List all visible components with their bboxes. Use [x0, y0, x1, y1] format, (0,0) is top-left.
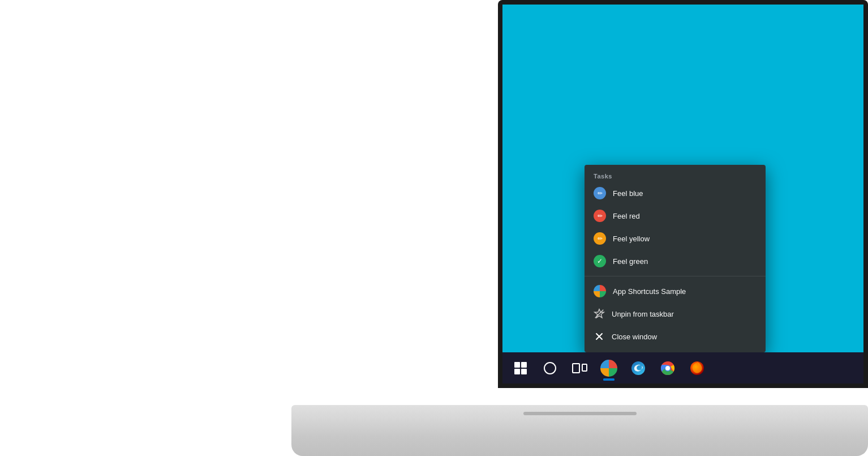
unpin-label: Unpin from taskbar: [612, 310, 674, 318]
cortana-icon: [544, 362, 556, 374]
chrome-icon: [660, 360, 676, 376]
feel-blue-icon: [594, 187, 606, 199]
feel-green-label: Feel green: [613, 257, 648, 266]
menu-item-close-window[interactable]: Close window: [585, 325, 766, 348]
menu-divider: [585, 276, 766, 276]
edge-icon: [630, 360, 646, 376]
app-shortcuts-taskbar-icon: [600, 360, 617, 377]
feel-red-label: Feel red: [613, 212, 640, 220]
screen-bezel: Tasks Feel blue Feel red Feel yellow Fee…: [498, 0, 868, 388]
menu-item-unpin[interactable]: Unpin from taskbar: [585, 302, 766, 325]
context-menu-section-label: Tasks: [585, 169, 766, 182]
laptop-stand: [291, 405, 868, 456]
taskbar-app-shortcuts-button[interactable]: [595, 355, 622, 382]
taskbar-firefox-button[interactable]: [684, 355, 711, 382]
menu-item-app-name[interactable]: App Shortcuts Sample: [585, 280, 766, 302]
menu-item-feel-red[interactable]: Feel red: [585, 204, 766, 227]
close-window-label: Close window: [612, 333, 657, 341]
taskbar-taskview-button[interactable]: [566, 355, 593, 382]
taskview-icon: [572, 363, 587, 373]
feel-red-icon: [594, 210, 606, 222]
close-window-icon: [594, 331, 605, 342]
feel-blue-label: Feel blue: [613, 189, 643, 198]
firefox-icon: [689, 360, 705, 376]
laptop-stand-groove: [523, 412, 637, 415]
screen-content: Tasks Feel blue Feel red Feel yellow Fee…: [502, 5, 863, 383]
taskbar-search-button[interactable]: [536, 355, 564, 382]
active-indicator: [603, 378, 615, 380]
app-name-label: App Shortcuts Sample: [613, 287, 686, 296]
context-menu: Tasks Feel blue Feel red Feel yellow Fee…: [585, 165, 766, 352]
feel-yellow-label: Feel yellow: [613, 235, 650, 243]
unpin-icon: [594, 308, 605, 319]
feel-green-icon: [594, 255, 606, 267]
svg-point-1: [631, 361, 645, 375]
windows-logo-icon: [514, 362, 527, 374]
menu-item-feel-green[interactable]: Feel green: [585, 250, 766, 272]
laptop-left-area: [0, 0, 498, 456]
taskbar: [502, 352, 863, 383]
menu-item-feel-blue[interactable]: Feel blue: [585, 182, 766, 204]
taskbar-chrome-button[interactable]: [654, 355, 681, 382]
app-shortcuts-icon: [594, 285, 606, 297]
menu-item-feel-yellow[interactable]: Feel yellow: [585, 227, 766, 250]
svg-point-4: [665, 366, 670, 370]
taskbar-edge-button[interactable]: [625, 355, 652, 382]
feel-yellow-icon: [594, 232, 606, 245]
taskbar-start-button[interactable]: [507, 355, 534, 382]
